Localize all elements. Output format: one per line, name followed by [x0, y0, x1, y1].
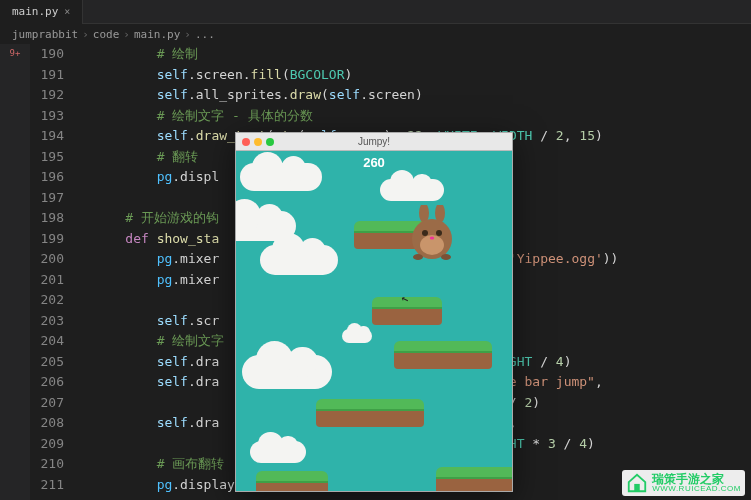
cloud-sprite: [380, 179, 444, 201]
svg-point-5: [436, 230, 442, 236]
house-icon: [626, 472, 648, 494]
svg-rect-9: [634, 484, 640, 491]
watermark-url: WWW.RUICEAD.COM: [652, 485, 741, 493]
svg-point-4: [422, 230, 428, 236]
svg-point-8: [441, 254, 451, 260]
window-titlebar[interactable]: Jumpy!: [236, 133, 512, 151]
svg-point-7: [413, 254, 423, 260]
window-title: Jumpy!: [358, 136, 390, 147]
platform-sprite: [256, 471, 328, 491]
bunny-sprite: [408, 205, 456, 257]
crumb[interactable]: ...: [195, 28, 215, 41]
game-window: Jumpy! 260: [235, 132, 513, 492]
close-icon[interactable]: ×: [64, 6, 70, 17]
minimize-icon[interactable]: [254, 138, 262, 146]
tab-bar: main.py ×: [0, 0, 751, 24]
score-display: 260: [363, 155, 385, 170]
chevron-right-icon: ›: [123, 28, 130, 41]
platform-sprite: [394, 341, 492, 369]
crumb[interactable]: code: [93, 28, 120, 41]
watermark: 瑞策手游之家 WWW.RUICEAD.COM: [622, 470, 745, 496]
close-icon[interactable]: [242, 138, 250, 146]
chevron-right-icon: ›: [82, 28, 89, 41]
crumb[interactable]: jumprabbit: [12, 28, 78, 41]
breadcrumb: jumprabbit › code › main.py › ...: [0, 24, 751, 44]
maximize-icon[interactable]: [266, 138, 274, 146]
explorer-sidebar: 9+: [0, 44, 30, 500]
cloud-sprite: [242, 355, 332, 389]
chevron-right-icon: ›: [184, 28, 191, 41]
tab-main-py[interactable]: main.py ×: [0, 0, 83, 24]
crumb[interactable]: main.py: [134, 28, 180, 41]
game-canvas[interactable]: 260: [236, 151, 512, 491]
svg-point-6: [430, 236, 434, 239]
cloud-sprite: [250, 441, 306, 463]
badge-icon: 9+: [10, 48, 21, 58]
tab-label: main.py: [12, 5, 58, 18]
traffic-lights: [242, 138, 274, 146]
cloud-sprite: [240, 163, 322, 191]
platform-sprite: [316, 399, 424, 427]
platform-sprite: [436, 467, 512, 491]
cloud-sprite: [260, 245, 338, 275]
line-numbers: 190 191 192 193 194 195 196 197 198 199 …: [30, 44, 74, 500]
cloud-sprite: [342, 329, 372, 343]
